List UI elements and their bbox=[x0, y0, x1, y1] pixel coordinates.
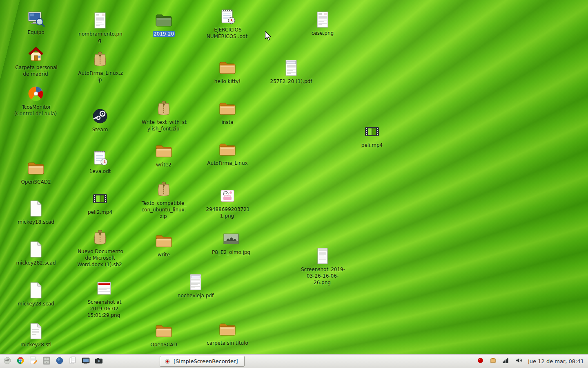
screenshotwhite-icon bbox=[313, 246, 332, 266]
desktop-icon[interactable]: Screenshot at 2019-06-02 15:01:29.png bbox=[78, 279, 131, 319]
launcher-chrome[interactable] bbox=[15, 356, 26, 367]
desktop-icon[interactable]: Nuevo Documento de Microsoft Word.docx (… bbox=[74, 228, 127, 268]
pdf-icon bbox=[281, 58, 301, 78]
icon-label: insta bbox=[220, 119, 234, 126]
icon-label: AutoFirma_Linux.zip bbox=[77, 70, 123, 83]
desktop-icon[interactable]: Screenshot_2019-03-26-16-06-26.png bbox=[296, 246, 349, 286]
desktop-icon[interactable]: peli2.mp4 bbox=[74, 189, 127, 216]
icon-label: Screenshot_2019-03-26-16-06-26.png bbox=[299, 267, 346, 286]
screenshotred-icon bbox=[94, 279, 114, 298]
network-icon bbox=[501, 356, 510, 366]
page-icon bbox=[26, 240, 46, 259]
taskbar-clock[interactable]: jue 12 de mar, 08:41 bbox=[526, 358, 584, 364]
icon-label: mickey28.stl bbox=[20, 342, 52, 348]
tray-network-signal[interactable] bbox=[501, 357, 510, 366]
mouse-cursor bbox=[265, 31, 272, 41]
desktop-icon[interactable]: insta bbox=[201, 99, 254, 126]
textpage-icon bbox=[26, 321, 46, 341]
icon-label: 2019-20 bbox=[153, 31, 175, 38]
desktop-icon[interactable]: mickey28.scad bbox=[9, 280, 62, 307]
desktop-icon[interactable]: cese.png bbox=[296, 10, 349, 37]
icon-label: nochevieja.pdf bbox=[177, 293, 214, 299]
launcher-documents[interactable] bbox=[67, 356, 78, 367]
chrome-icon bbox=[16, 356, 25, 367]
icon-label: Write_text_with_stylish_font.zip bbox=[140, 119, 187, 132]
desktop-icon[interactable]: mickey18.scad bbox=[9, 199, 62, 226]
desktop-icon[interactable]: 2019-20 bbox=[137, 11, 190, 38]
desktop-icon[interactable]: EJERCICIOS NUMÉRICOS .odt bbox=[201, 7, 254, 40]
desktop-icon[interactable]: carpeta sin título bbox=[201, 320, 254, 347]
desktop-icon[interactable]: Equipo bbox=[9, 9, 62, 36]
desktop-icon[interactable]: OpenSCAD2 bbox=[9, 159, 62, 186]
video-icon bbox=[90, 189, 110, 209]
launcher-text-editor[interactable] bbox=[28, 356, 39, 367]
desktop-icon[interactable]: write2 bbox=[137, 141, 190, 168]
page-icon bbox=[26, 199, 46, 218]
desktop-icon[interactable]: 294886992037211.png bbox=[201, 186, 254, 220]
desktop-icon[interactable]: write bbox=[137, 231, 190, 258]
launcher-camera[interactable] bbox=[93, 356, 104, 367]
launcher-screenshot-tool[interactable] bbox=[80, 356, 91, 367]
desktop-icon[interactable]: 257F2_20 (1).pdf bbox=[265, 58, 318, 85]
tray-volume[interactable] bbox=[514, 357, 523, 366]
desktop-icon[interactable]: hello kitty! bbox=[201, 58, 254, 85]
desktop-icon[interactable]: mickey282.scad bbox=[9, 240, 62, 267]
desktop-icon[interactable]: peli.mp4 bbox=[345, 122, 399, 149]
desktop-icon[interactable]: AutoFirma_Linux bbox=[201, 140, 254, 167]
icon-label: mickey28.scad bbox=[17, 301, 55, 307]
icon-label: OpenSCAD bbox=[149, 342, 178, 348]
icon-label: 1eva.odt bbox=[89, 168, 112, 175]
tray-updates[interactable] bbox=[488, 357, 497, 366]
desktop-surface[interactable]: EquipoCarpeta personal de madridTcosMoni… bbox=[0, 0, 588, 368]
desktop-icon[interactable]: OpenSCAD bbox=[137, 321, 190, 348]
kitty-icon bbox=[218, 186, 237, 206]
taskbar-launchers bbox=[0, 356, 104, 367]
desktop-icon[interactable]: Steam bbox=[74, 106, 127, 133]
desktop-icon[interactable]: 1eva.odt bbox=[74, 148, 127, 175]
desktop-icon[interactable]: mickey28.stl bbox=[9, 321, 62, 348]
video-icon bbox=[362, 122, 382, 141]
system-tray: jue 12 de mar, 08:41 bbox=[476, 357, 588, 366]
simplescreenrecorder-icon bbox=[164, 358, 171, 365]
icon-label: Steam bbox=[91, 127, 109, 133]
desktop-icon[interactable]: Carpeta personal de madrid bbox=[9, 44, 62, 78]
icon-label: nombramiento.png bbox=[77, 31, 123, 44]
desktop-icon[interactable]: Texto_compatible_con_ubuntu_linux.zip bbox=[137, 180, 190, 220]
desktop-icon[interactable]: AutoFirma_Linux.zip bbox=[74, 50, 127, 83]
icon-label: Nuevo Documento de Microsoft Word.docx (… bbox=[77, 249, 123, 268]
desktop-icon[interactable]: TcosMonitor (Control del aula) bbox=[9, 84, 62, 117]
icon-label: P8_E2_olmo.jpg bbox=[211, 249, 251, 256]
tcos-icon bbox=[26, 84, 46, 103]
desktop-icon[interactable]: P8_E2_olmo.jpg bbox=[205, 229, 258, 256]
icon-label: write2 bbox=[155, 162, 172, 168]
volume-icon bbox=[514, 356, 523, 366]
page-icon bbox=[26, 280, 46, 300]
desktop-icon[interactable]: nombramiento.png bbox=[74, 11, 127, 44]
zip-icon bbox=[154, 99, 174, 119]
notepad-icon bbox=[90, 148, 110, 168]
icon-label: 257F2_20 (1).pdf bbox=[270, 79, 313, 85]
launcher-menu[interactable] bbox=[2, 356, 13, 367]
documents-icon bbox=[68, 356, 78, 367]
docpreview-icon bbox=[90, 11, 110, 30]
icon-label: peli2.mp4 bbox=[87, 209, 113, 216]
steam-icon bbox=[90, 106, 110, 126]
zip-icon bbox=[90, 228, 110, 248]
icon-label: EJERCICIOS NUMÉRICOS .odt bbox=[204, 27, 251, 40]
icon-label: Screenshot at 2019-06-02 15:01:29.png bbox=[81, 299, 127, 319]
folder-icon bbox=[154, 321, 174, 341]
tray-recording-indicator[interactable] bbox=[476, 357, 485, 366]
icon-label: peli.mp4 bbox=[361, 142, 383, 149]
screenshot-tool-icon bbox=[81, 356, 91, 367]
desktop-icon[interactable]: Write_text_with_stylish_font.zip bbox=[137, 99, 190, 132]
text-editor-icon bbox=[29, 356, 38, 367]
pdf-icon bbox=[186, 272, 205, 292]
photo-icon bbox=[221, 229, 241, 249]
desktop-icon[interactable]: nochevieja.pdf bbox=[169, 272, 222, 299]
folder-icon bbox=[26, 159, 46, 178]
folder-icon bbox=[154, 141, 174, 161]
taskbar-window-simplescreenrecorder[interactable]: [SimpleScreenRecorder] bbox=[160, 356, 245, 367]
launcher-browser[interactable] bbox=[54, 356, 65, 367]
notepad-icon bbox=[218, 7, 237, 26]
launcher-file-manager[interactable] bbox=[41, 356, 52, 367]
